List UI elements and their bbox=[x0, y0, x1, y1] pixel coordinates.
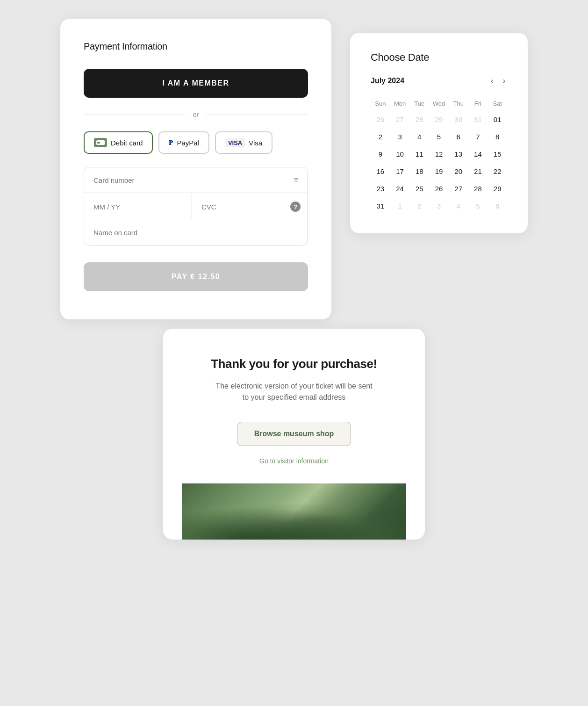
calendar-header: July 2024 ‹ › bbox=[371, 75, 507, 87]
visa-button[interactable]: VISA Visa bbox=[215, 131, 272, 154]
cal-cell[interactable]: 4 bbox=[409, 128, 429, 145]
cal-cell[interactable]: 11 bbox=[409, 145, 429, 163]
next-month-button[interactable]: › bbox=[501, 75, 507, 87]
cal-cell[interactable]: 28 bbox=[409, 111, 429, 128]
debit-card-button[interactable]: Debit card bbox=[84, 131, 153, 154]
pay-button[interactable]: PAY € 12.50 bbox=[84, 262, 308, 291]
calendar-nav: ‹ › bbox=[489, 75, 507, 87]
thankyou-subtitle: The electronic version of your ticket wi… bbox=[215, 381, 373, 403]
cal-cell[interactable]: 31 bbox=[371, 197, 390, 215]
cvc-help-icon[interactable]: ? bbox=[290, 202, 301, 212]
cards-row: Payment Information I AM A MEMBER or Deb… bbox=[60, 19, 528, 319]
cal-cell[interactable]: 29 bbox=[488, 180, 507, 197]
cal-cell[interactable]: 27 bbox=[449, 180, 468, 197]
cal-cell[interactable]: 1 bbox=[390, 197, 410, 215]
cal-cell[interactable]: 5 bbox=[429, 128, 449, 145]
cal-cell[interactable]: 7 bbox=[468, 128, 488, 145]
garden-image bbox=[182, 483, 406, 540]
payment-card: Payment Information I AM A MEMBER or Deb… bbox=[60, 19, 331, 319]
cal-cell[interactable]: 2 bbox=[409, 197, 429, 215]
member-button[interactable]: I AM A MEMBER bbox=[84, 69, 308, 98]
cal-header-sun: Sun bbox=[371, 96, 390, 111]
cal-cell[interactable]: 14 bbox=[468, 145, 488, 163]
cal-cell[interactable]: 17 bbox=[390, 163, 410, 180]
cal-cell[interactable]: 9 bbox=[371, 145, 390, 163]
visa-label: Visa bbox=[249, 139, 262, 147]
card-icon-inner bbox=[96, 140, 105, 145]
divider-left bbox=[84, 115, 186, 115]
payment-title: Payment Information bbox=[84, 41, 308, 52]
cal-header-sat: Sat bbox=[488, 96, 507, 111]
cal-cell[interactable]: 6 bbox=[488, 197, 507, 215]
cvc-field: ? bbox=[192, 193, 308, 220]
debit-card-label: Debit card bbox=[111, 139, 143, 147]
card-form: ≡ ? bbox=[84, 167, 308, 245]
page-wrapper: Payment Information I AM A MEMBER or Deb… bbox=[60, 19, 528, 540]
cal-cell[interactable]: 24 bbox=[390, 180, 410, 197]
mm-yy-field bbox=[84, 193, 192, 220]
mm-yy-input[interactable] bbox=[93, 203, 182, 211]
visa-icon: VISA bbox=[225, 138, 245, 147]
payment-methods: Debit card 𝐏 PayPal VISA Visa bbox=[84, 131, 308, 154]
cal-cell[interactable]: 6 bbox=[449, 128, 468, 145]
cal-cell[interactable]: 26 bbox=[371, 111, 390, 128]
cal-cell[interactable]: 25 bbox=[409, 180, 429, 197]
cal-cell[interactable]: 31 bbox=[468, 111, 488, 128]
cal-cell[interactable]: 12 bbox=[429, 145, 449, 163]
cal-cell[interactable]: 19 bbox=[429, 163, 449, 180]
cal-header-fri: Fri bbox=[468, 96, 488, 111]
calendar-grid: Sun Mon Tue Wed Thu Fri Sat 26 27 28 29 … bbox=[371, 96, 507, 215]
cal-cell[interactable]: 15 bbox=[488, 145, 507, 163]
cal-cell[interactable]: 01 bbox=[488, 111, 507, 128]
calendar-month: July 2024 bbox=[371, 77, 404, 85]
thankyou-card: Thank you for your purchase! The electro… bbox=[163, 329, 425, 540]
card-number-icon: ≡ bbox=[294, 176, 298, 184]
paypal-button[interactable]: 𝐏 PayPal bbox=[158, 131, 209, 154]
cal-cell[interactable]: 21 bbox=[468, 163, 488, 180]
cal-cell[interactable]: 27 bbox=[390, 111, 410, 128]
debit-card-icon bbox=[94, 138, 107, 147]
cal-cell[interactable]: 22 bbox=[488, 163, 507, 180]
cal-cell[interactable]: 26 bbox=[429, 180, 449, 197]
paypal-label: PayPal bbox=[177, 139, 199, 147]
card-number-input[interactable] bbox=[93, 176, 294, 184]
thankyou-title: Thank you for your purchase! bbox=[182, 357, 406, 371]
prev-month-button[interactable]: ‹ bbox=[489, 75, 495, 87]
divider-right bbox=[206, 115, 308, 115]
cal-cell[interactable]: 18 bbox=[409, 163, 429, 180]
name-field bbox=[84, 220, 308, 245]
cal-cell[interactable]: 2 bbox=[371, 128, 390, 145]
cal-cell[interactable]: 20 bbox=[449, 163, 468, 180]
visitor-info-link[interactable]: Go to visitor information bbox=[182, 457, 406, 465]
card-number-field: ≡ bbox=[84, 167, 308, 193]
cal-header-mon: Mon bbox=[390, 96, 410, 111]
paypal-icon: 𝐏 bbox=[169, 139, 173, 147]
calendar-title: Choose Date bbox=[371, 51, 507, 64]
cal-cell[interactable]: 13 bbox=[449, 145, 468, 163]
divider-text: or bbox=[193, 111, 199, 118]
cvc-input[interactable] bbox=[201, 203, 290, 211]
card-field-row: ? bbox=[84, 193, 308, 220]
divider-row: or bbox=[84, 111, 308, 118]
cal-cell[interactable]: 28 bbox=[468, 180, 488, 197]
browse-shop-button[interactable]: Browse museum shop bbox=[237, 422, 351, 446]
cal-header-wed: Wed bbox=[429, 96, 449, 111]
bottom-section: Thank you for your purchase! The electro… bbox=[60, 347, 528, 540]
name-input[interactable] bbox=[93, 229, 298, 237]
cal-cell[interactable]: 3 bbox=[429, 197, 449, 215]
calendar-card: Choose Date July 2024 ‹ › Sun Mon Tue We… bbox=[350, 33, 528, 233]
cal-cell[interactable]: 3 bbox=[390, 128, 410, 145]
cal-cell[interactable]: 29 bbox=[429, 111, 449, 128]
cal-cell[interactable]: 4 bbox=[449, 197, 468, 215]
cal-cell[interactable]: 16 bbox=[371, 163, 390, 180]
cal-cell[interactable]: 5 bbox=[468, 197, 488, 215]
cal-cell[interactable]: 23 bbox=[371, 180, 390, 197]
cal-cell[interactable]: 10 bbox=[390, 145, 410, 163]
cal-cell[interactable]: 8 bbox=[488, 128, 507, 145]
cal-cell[interactable]: 30 bbox=[449, 111, 468, 128]
cal-header-thu: Thu bbox=[449, 96, 468, 111]
cal-header-tue: Tue bbox=[409, 96, 429, 111]
